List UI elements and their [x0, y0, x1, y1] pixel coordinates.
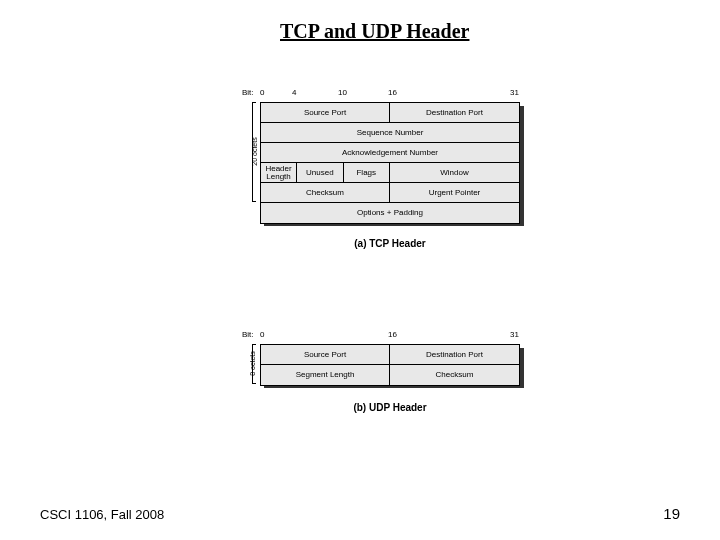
tcp-flags: Flags — [344, 163, 390, 182]
tcp-table: Source Port Destination Port Sequence Nu… — [260, 102, 520, 224]
udp-checksum: Checksum — [390, 365, 519, 385]
bit-tick: 31 — [510, 330, 519, 339]
udp-table: Source Port Destination Port Segment Len… — [260, 344, 520, 386]
bit-tick: 16 — [388, 88, 397, 97]
bit-label: Bit: — [242, 88, 254, 97]
tcp-unused: Unused — [297, 163, 343, 182]
udp-caption: (b) UDP Header — [260, 402, 520, 413]
tcp-dst-port: Destination Port — [390, 103, 519, 122]
side-label: 20 octets — [251, 137, 258, 165]
tcp-caption: (a) TCP Header — [260, 238, 520, 249]
footer-course: CSCI 1106, Fall 2008 — [40, 507, 164, 522]
udp-src-port: Source Port — [261, 345, 390, 364]
tcp-urgent: Urgent Pointer — [390, 183, 519, 202]
bit-tick: 16 — [388, 330, 397, 339]
tcp-seq: Sequence Number — [261, 123, 519, 142]
bit-tick: 31 — [510, 88, 519, 97]
bit-tick: 10 — [338, 88, 347, 97]
bit-tick: 0 — [260, 330, 264, 339]
tcp-window: Window — [390, 163, 519, 182]
tcp-hlen: Header Length — [261, 163, 297, 182]
page-title: TCP and UDP Header — [280, 20, 469, 43]
tcp-options: Options + Padding — [261, 203, 519, 223]
bit-tick: 0 — [260, 88, 264, 97]
udp-length: Segment Length — [261, 365, 390, 385]
footer-page-number: 19 — [663, 505, 680, 522]
udp-dst-port: Destination Port — [390, 345, 519, 364]
tcp-checksum: Checksum — [261, 183, 390, 202]
tcp-src-port: Source Port — [261, 103, 390, 122]
bit-tick: 4 — [292, 88, 296, 97]
tcp-ack: Acknowledgement Number — [261, 143, 519, 162]
side-label: 8 octets — [249, 351, 256, 376]
bit-label: Bit: — [242, 330, 254, 339]
